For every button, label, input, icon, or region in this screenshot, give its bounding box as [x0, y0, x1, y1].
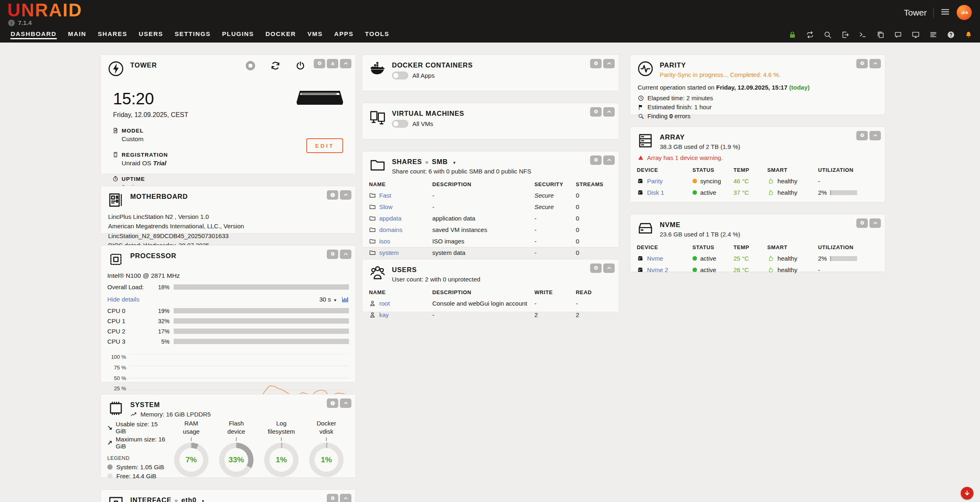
device-row: Nvmeactive25 °Chealthy2% [637, 255, 878, 262]
nav-users[interactable]: USERS [133, 26, 169, 43]
share-link[interactable]: Fast [379, 192, 391, 199]
nav-shares[interactable]: SHARES [92, 26, 133, 43]
usage-donuts: RAMusage7%Flashdevice33%Logfilesystem1%D… [169, 419, 349, 482]
device-link[interactable]: Parity [647, 178, 663, 185]
collapse-icon[interactable] [869, 218, 881, 228]
gear-icon[interactable] [590, 59, 602, 68]
share-link[interactable]: system [379, 249, 399, 256]
monitor-icon[interactable] [912, 31, 920, 39]
share-row: isosISO images-0 [369, 238, 612, 245]
share-link[interactable]: isos [379, 238, 390, 245]
collapse-icon[interactable] [340, 398, 351, 408]
shutdown-icon[interactable] [295, 61, 306, 71]
all-apps-toggle[interactable] [392, 72, 408, 79]
gear-icon[interactable] [856, 218, 868, 228]
gear-icon[interactable] [590, 107, 602, 117]
server-name: Tower [904, 8, 927, 18]
collapse-icon[interactable] [340, 190, 351, 200]
nav-docker[interactable]: DOCKER [260, 26, 302, 43]
nav-plugins[interactable]: PLUGINS [216, 26, 260, 43]
collapse-icon[interactable] [340, 59, 351, 68]
help-icon[interactable] [947, 31, 955, 39]
users-icon [369, 265, 387, 284]
chart-line-icon[interactable] [130, 411, 137, 418]
share-link[interactable]: appdata [379, 215, 401, 222]
registration-type: Trial [153, 160, 166, 167]
gear-icon[interactable] [590, 155, 602, 165]
collapse-icon[interactable] [869, 59, 881, 68]
gear-icon[interactable] [856, 131, 868, 140]
collapse-icon[interactable] [603, 155, 615, 165]
collapse-icon[interactable] [340, 494, 351, 502]
search-icon[interactable] [824, 31, 832, 39]
server-case-image [296, 89, 344, 109]
usage-donut: Logfilesystem1% [259, 419, 304, 477]
device-link[interactable]: Disk 1 [647, 189, 664, 196]
interface-select[interactable]: eth0 [181, 496, 197, 502]
tower-actions [245, 61, 306, 71]
thumbs-up-icon [767, 255, 774, 262]
chat-icon[interactable] [894, 31, 902, 39]
copy-icon[interactable] [876, 31, 885, 39]
memory-info: Memory: 16 GiB LPDDR5 [140, 411, 211, 418]
collapse-icon[interactable] [869, 131, 881, 140]
bar-chart-icon[interactable] [341, 295, 349, 303]
started-date: Friday, 12.09.2025, 15:17 [716, 84, 788, 91]
nav-tools[interactable]: TOOLS [359, 26, 395, 43]
user-link[interactable]: root [379, 300, 390, 307]
gear-icon[interactable] [327, 494, 338, 502]
share-link[interactable]: Slow [379, 203, 393, 210]
gear-icon[interactable] [314, 59, 325, 68]
motherboard-line: LincPlus LincStation N2 , Version 1.0 [108, 212, 348, 221]
collapse-icon[interactable] [603, 263, 615, 273]
shares-proto-select[interactable]: SMB [432, 158, 448, 165]
user-link[interactable]: kay [379, 311, 389, 318]
signout-icon[interactable] [841, 31, 849, 39]
finding-line: Finding 0 errors [630, 113, 885, 119]
status-dot [693, 256, 697, 261]
avatar[interactable] [957, 5, 972, 20]
main-nav: DASHBOARDMAINSHARESUSERSSETTINGSPLUGINSD… [5, 26, 395, 43]
all-vms-toggle[interactable] [392, 120, 408, 128]
nav-apps[interactable]: APPS [328, 26, 359, 43]
device-link[interactable]: Nvme [647, 255, 663, 262]
collapse-icon[interactable] [340, 250, 351, 259]
registration-row: REGISTRATION Unraid OS Trial [112, 151, 355, 167]
edit-registration-button[interactable]: EDIT [306, 138, 343, 153]
unraid-dashboard: UNRAID i 7.1.4 Tower DASHBOARDMAINSHARES… [0, 0, 980, 502]
nav-vms[interactable]: VMS [302, 26, 328, 43]
version-info-icon[interactable]: i [8, 20, 15, 26]
gear-icon[interactable] [590, 263, 602, 273]
nav-settings[interactable]: SETTINGS [169, 26, 216, 43]
collapse-icon[interactable] [603, 107, 615, 117]
scroll-down-button[interactable] [961, 487, 973, 500]
share-link[interactable]: domains [379, 226, 403, 233]
usage-donut: RAMusage7% [169, 419, 214, 477]
reboot-icon[interactable] [270, 61, 281, 71]
menu-icon[interactable] [940, 7, 950, 18]
left-column: TOWER 15:20 Friday, 12.09.2025, CEST MOD… [100, 54, 356, 502]
bell-icon[interactable] [964, 31, 973, 39]
lock-icon[interactable] [788, 31, 797, 39]
stop-array-icon[interactable] [245, 61, 256, 71]
log-icon[interactable] [929, 31, 937, 39]
finish-line: Estimated finish: 1 hour [630, 104, 885, 110]
users-table: NAMEDESCRIPTIONWRITEREADrootConsole and … [362, 284, 619, 329]
info-icon[interactable] [327, 398, 338, 408]
eject-icon[interactable] [327, 59, 338, 68]
nav-main[interactable]: MAIN [62, 26, 92, 43]
nav-dashboard[interactable]: DASHBOARD [5, 26, 62, 43]
collapse-icon[interactable] [603, 59, 615, 68]
interval-select[interactable]: 30 s▼ [319, 296, 337, 303]
panel-title: NVME [660, 220, 740, 229]
device-link[interactable]: Nvme 2 [647, 266, 668, 273]
panel-title: USERS [392, 265, 480, 274]
details-row: Hide details 30 s▼ [101, 295, 355, 304]
table-header: NAMEDESCRIPTIONWRITEREAD [369, 289, 612, 295]
terminal-icon[interactable] [859, 31, 867, 39]
info-icon[interactable] [327, 190, 338, 200]
sync-icon[interactable] [806, 31, 814, 39]
hide-details-link[interactable]: Hide details [107, 296, 139, 303]
gear-icon[interactable] [327, 250, 338, 259]
gear-icon[interactable] [856, 59, 868, 68]
